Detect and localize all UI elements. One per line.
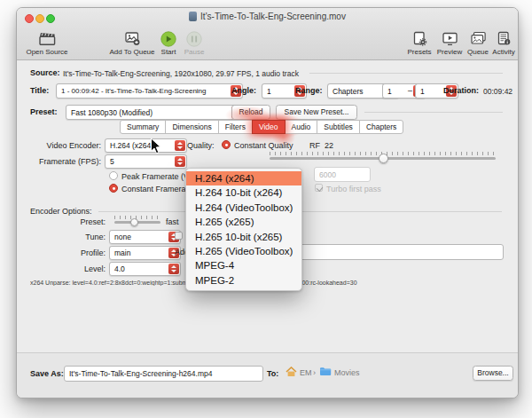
range-separator: – <box>408 86 412 95</box>
menu-item-h265-videotoolbox[interactable]: H.265 (VideoToolbox) <box>186 244 301 258</box>
folder-icon <box>319 367 332 376</box>
tab-video[interactable]: Video <box>252 120 286 134</box>
activity-button[interactable]: Activity <box>490 30 517 56</box>
range-label: Range: <box>295 86 323 95</box>
clapperboard-icon <box>22 30 72 47</box>
profile-select[interactable]: main <box>109 246 181 260</box>
tab-audio[interactable]: Audio <box>285 120 318 134</box>
angle-label: Angle: <box>231 86 256 95</box>
screen: It's-Time-To-Talk-Eng-Screening.mov Open… <box>0 0 532 418</box>
tab-bar: Summary Dimensions Filters Video Audio S… <box>120 120 403 134</box>
framerate-select[interactable]: 5 <box>105 154 187 169</box>
duration-value: 00:09:42 <box>483 87 512 96</box>
save-as-field[interactable]: It's-Time-To-Talk-Eng-Screening-h264.mp4 <box>64 366 263 382</box>
queue-button[interactable]: Queue <box>464 30 492 56</box>
handbrake-window: It's-Time-To-Talk-Eng-Screening.mov Open… <box>16 7 519 398</box>
add-to-queue-button[interactable]: Add To Queue <box>106 30 159 56</box>
constant-framerate-radio[interactable] <box>109 184 118 193</box>
stepper-icon <box>175 140 185 151</box>
tab-filters[interactable]: Filters <box>218 120 253 134</box>
pause-button: Pause <box>182 30 207 56</box>
destination-bar: Save As: It's-Time-To-Talk-Eng-Screening… <box>17 352 518 398</box>
preset-label: Preset: <box>30 107 58 116</box>
tab-dimensions[interactable]: Dimensions <box>165 120 218 134</box>
encoder-options-label: Encoder Options: <box>30 207 92 216</box>
main-toolbar: Open Source Add To Queue St <box>17 28 518 60</box>
source-value: It's-Time-To-Talk-Eng-Screening, 1920x10… <box>63 69 299 78</box>
menu-item-mpeg2[interactable]: MPEG-2 <box>186 273 301 288</box>
title-select[interactable]: 1 - 00:09:42 - It's-Time-To-Talk-Eng-Scr… <box>56 83 243 99</box>
start-button[interactable]: Start <box>157 30 180 56</box>
profile-label: Profile: <box>43 248 106 257</box>
save-as-label: Save As: <box>30 369 64 378</box>
document-gear-icon <box>404 30 434 47</box>
title-label: Title: <box>30 86 49 95</box>
preview-button[interactable]: Preview <box>434 30 466 56</box>
tune-label: Tune: <box>43 233 106 241</box>
photo-stack-icon <box>464 30 492 47</box>
bitrate-field: 6000 <box>314 167 371 182</box>
location-user[interactable]: EM <box>300 368 312 377</box>
turbo-first-pass-label: Turbo first pass <box>326 185 381 193</box>
menu-item-h264-videotoolbox[interactable]: H.264 (VideoToolbox) <box>186 201 301 215</box>
rf-value: 22 <box>325 141 333 150</box>
level-label: Level: <box>43 264 106 273</box>
encoder-preset-label: Preset: <box>43 217 106 226</box>
constant-quality-radio[interactable] <box>222 140 231 149</box>
tune-select[interactable]: none <box>109 230 181 244</box>
tab-subtitles[interactable]: Subtitles <box>317 120 360 134</box>
constant-quality-label: Constant Quality <box>234 141 293 150</box>
pause-circle-icon <box>182 30 207 47</box>
quality-label: Quality: <box>187 141 215 150</box>
browse-button[interactable]: Browse... <box>473 366 513 381</box>
reload-button[interactable]: Reload <box>231 105 270 120</box>
source-divider <box>309 73 503 74</box>
window-title: It's-Time-To-Talk-Eng-Screening.mov <box>17 12 518 21</box>
level-select[interactable]: 4.0 <box>109 262 181 276</box>
duration-label: Duration: <box>443 86 479 95</box>
stepper-icon <box>175 156 185 167</box>
quality-slider-thumb[interactable] <box>379 154 388 163</box>
menu-item-h264-10bit-x264[interactable]: H.264 10-bit (x264) <box>186 185 301 200</box>
save-new-preset-button[interactable]: Save New Preset... <box>276 105 357 120</box>
breadcrumb-separator: › <box>313 368 316 377</box>
to-label: To: <box>267 369 278 378</box>
home-icon <box>286 367 297 377</box>
menu-item-h265-10bit-x265[interactable]: H.265 10-bit (x265) <box>186 230 301 244</box>
encoder-preset-speed: fast <box>166 217 179 226</box>
peak-framerate-radio[interactable] <box>109 171 118 180</box>
tab-summary[interactable]: Summary <box>120 120 166 134</box>
encoder-preset-slider-ticks <box>114 216 160 219</box>
rf-label: RF <box>309 141 320 150</box>
location-folder[interactable]: Movies <box>334 368 360 377</box>
play-circle-icon <box>157 30 180 47</box>
mouse-cursor <box>150 138 163 155</box>
turbo-first-pass-checkbox <box>315 184 323 192</box>
fast-decode-checkbox[interactable] <box>175 232 183 240</box>
tab-chapters[interactable]: Chapters <box>359 120 404 134</box>
monitor-play-icon <box>434 30 466 47</box>
video-encoder-select[interactable]: H.264 (x264) <box>105 138 187 153</box>
menu-item-h265-x265[interactable]: H.265 (x265) <box>186 215 301 229</box>
video-encoder-label: Video Encoder: <box>30 141 101 150</box>
source-label: Source: <box>30 68 60 77</box>
framerate-label: Framerate (FPS): <box>30 157 101 166</box>
video-encoder-menu: H.264 (x264) H.264 10-bit (x264) H.264 (… <box>185 168 302 291</box>
preset-divider <box>364 112 503 113</box>
encoder-preset-slider-thumb[interactable] <box>130 218 138 226</box>
title-bar[interactable]: It's-Time-To-Talk-Eng-Screening.mov <box>17 8 518 28</box>
menu-item-h264-x264[interactable]: H.264 (x264) <box>186 171 301 185</box>
preset-select[interactable]: Fast 1080p30 (Modified) <box>66 105 244 120</box>
stepper-icon <box>168 264 179 274</box>
menu-item-mpeg4[interactable]: MPEG-4 <box>186 258 301 272</box>
open-source-button[interactable]: Open Source <box>22 30 72 56</box>
document-info-icon <box>490 30 517 47</box>
movie-file-icon <box>189 12 197 21</box>
photo-add-icon <box>106 30 159 47</box>
constant-framerate-label: Constant Framerate <box>121 185 192 193</box>
presets-button[interactable]: Presets <box>404 30 434 56</box>
